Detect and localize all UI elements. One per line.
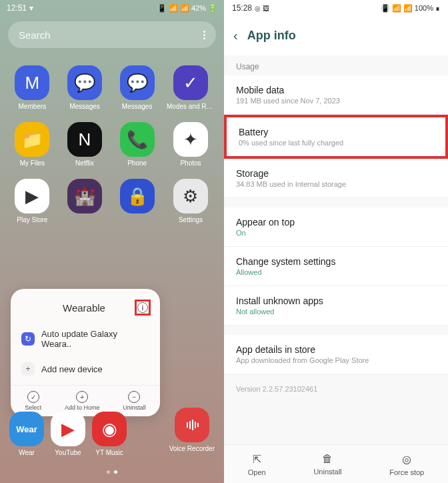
- app-label: Modes and Rout..: [167, 103, 215, 110]
- status-icon: ◎ 🖼: [255, 5, 269, 12]
- storage-item[interactable]: Storage 34.83 MB used in Internal storag…: [224, 159, 448, 198]
- status-time: 15:28: [232, 3, 252, 13]
- app-item[interactable]: 📁My Files: [9, 122, 55, 167]
- back-button[interactable]: ‹: [233, 28, 238, 43]
- app-icon: 📁: [15, 122, 49, 157]
- app-details-in-store-item[interactable]: App details in store App downloaded from…: [224, 335, 448, 374]
- wifi-icon: 📶: [169, 4, 178, 13]
- app-item[interactable]: NNetflix: [62, 122, 108, 167]
- app-info-button[interactable]: i: [135, 300, 151, 316]
- app-icon: 🔒: [120, 179, 155, 213]
- change-system-settings-item[interactable]: Change system settings Allowed: [224, 247, 448, 286]
- app-icon: 🏰: [67, 179, 102, 213]
- home-screen: 12:51 ▾ 📳 📶 📶 42% 🔋 Search MMembers💬Mess…: [0, 0, 224, 483]
- bottom-apps: WearWear▶YouTube◉YT Music: [0, 412, 224, 456]
- app-item[interactable]: 📞Phone: [114, 122, 160, 167]
- vibrate-icon: 📳: [157, 4, 167, 13]
- app-item[interactable]: ⚙Settings: [167, 179, 215, 223]
- app-icon: 📞: [120, 122, 155, 157]
- version-text: Version 2.2.57.23102461: [224, 374, 448, 404]
- app-item[interactable]: 💬Messages: [62, 65, 108, 110]
- page-indicator: [107, 470, 117, 474]
- status-bar: 12:51 ▾ 📳 📶 📶 42% 🔋: [0, 0, 224, 16]
- app-item[interactable]: 🔒: [114, 179, 160, 223]
- popup-action-select[interactable]: ✓Select: [25, 391, 41, 411]
- appear-on-top-item[interactable]: Appear on top On: [224, 207, 448, 247]
- app-context-popup: Wearable i ↻Auto update Galaxy Weara..+A…: [11, 289, 160, 416]
- app-icon: ✦: [173, 122, 208, 157]
- popup-actions: ✓Select+Add to Home−Uninstall: [11, 385, 160, 411]
- app-item[interactable]: ▶YouTube: [51, 412, 85, 456]
- signal-icon: 📶: [403, 4, 413, 13]
- popup-menu-item[interactable]: ↻Auto update Galaxy Weara..: [11, 322, 160, 356]
- usage-label: Usage: [224, 55, 448, 75]
- battery-pct: 42%: [191, 4, 206, 12]
- app-label: Phone: [127, 159, 147, 167]
- app-label: Settings: [179, 216, 203, 223]
- header: ‹ App info: [224, 16, 448, 55]
- battery-pct: 100%: [415, 4, 433, 12]
- signal-icon: 📶: [180, 4, 189, 13]
- action-icon: ✓: [27, 391, 39, 403]
- app-icon: N: [67, 122, 102, 157]
- popup-item-icon: +: [21, 362, 35, 376]
- app-item[interactable]: 🏰: [62, 179, 108, 223]
- popup-action-uninstall[interactable]: −Uninstall: [123, 391, 146, 411]
- app-label: Members: [18, 103, 46, 110]
- vibrate-icon: 📳: [381, 4, 390, 13]
- battery-item[interactable]: Battery 0% used since last fully charged: [224, 115, 448, 159]
- app-label: Messages: [69, 103, 100, 110]
- app-item[interactable]: MMembers: [9, 65, 55, 110]
- status-bar: 15:28 ◎ 🖼 📳 📶 📶 100% ∎: [224, 0, 448, 16]
- app-item[interactable]: ✓Modes and Rout..: [167, 65, 215, 110]
- open-icon: ⇱: [253, 453, 261, 466]
- app-icon: ✓: [173, 65, 208, 100]
- app-icon: ▶: [15, 179, 49, 213]
- action-icon: +: [76, 391, 88, 403]
- app-grid: MMembers💬Messages💬Messages✓Modes and Rou…: [0, 53, 224, 223]
- app-label: Wear: [19, 449, 35, 456]
- app-label: My Files: [20, 159, 45, 167]
- uninstall-button[interactable]: 🗑 Uninstall: [313, 453, 341, 476]
- app-label: Play Store: [17, 216, 47, 223]
- app-label: YT Music: [95, 449, 123, 456]
- app-label: Netflix: [75, 159, 94, 167]
- trash-icon: 🗑: [322, 453, 333, 465]
- app-item[interactable]: ✦Photos: [167, 122, 215, 167]
- more-icon[interactable]: [203, 31, 205, 39]
- app-icon: Wear: [9, 412, 44, 446]
- app-icon: ◉: [92, 412, 127, 446]
- popup-menu-item[interactable]: +Add new device: [11, 356, 160, 382]
- force-stop-button[interactable]: ◎ Force stop: [389, 453, 424, 476]
- mobile-data-item[interactable]: Mobile data 191 MB used since Nov 7, 202…: [224, 75, 448, 115]
- app-label: Messages: [122, 103, 153, 110]
- app-icon: ⚙: [173, 179, 208, 213]
- status-time: 12:51: [7, 3, 27, 13]
- battery-icon: 🔋: [208, 4, 217, 13]
- app-item[interactable]: ▶Play Store: [9, 179, 55, 223]
- stop-icon: ◎: [402, 453, 411, 466]
- battery-icon: ∎: [435, 4, 440, 13]
- action-icon: −: [128, 391, 140, 403]
- bottom-action-bar: ⇱ Open 🗑 Uninstall ◎ Force stop: [224, 444, 448, 483]
- search-placeholder: Search: [19, 29, 51, 41]
- app-icon: 💬: [120, 65, 155, 100]
- app-icon: 💬: [67, 65, 102, 100]
- search-bar[interactable]: Search: [8, 21, 216, 48]
- app-info-screen: 15:28 ◎ 🖼 📳 📶 📶 100% ∎ ‹ App info Usage …: [224, 0, 448, 483]
- popup-action-add-to-home[interactable]: +Add to Home: [65, 391, 100, 411]
- popup-item-icon: ↻: [21, 332, 35, 346]
- page-title: App info: [247, 29, 296, 43]
- app-item[interactable]: WearWear: [9, 412, 44, 456]
- app-icon: M: [15, 65, 49, 100]
- app-icon: ▶: [51, 412, 85, 446]
- popup-title: Wearable: [33, 302, 135, 314]
- status-icon: ▾: [29, 3, 33, 13]
- wifi-icon: 📶: [392, 4, 401, 13]
- open-button[interactable]: ⇱ Open: [248, 453, 266, 476]
- app-item[interactable]: ◉YT Music: [92, 412, 127, 456]
- app-label: Photos: [180, 159, 201, 167]
- app-label: YouTube: [55, 449, 81, 456]
- app-item[interactable]: 💬Messages: [114, 65, 160, 110]
- install-unknown-apps-item[interactable]: Install unknown apps Not allowed: [224, 286, 448, 326]
